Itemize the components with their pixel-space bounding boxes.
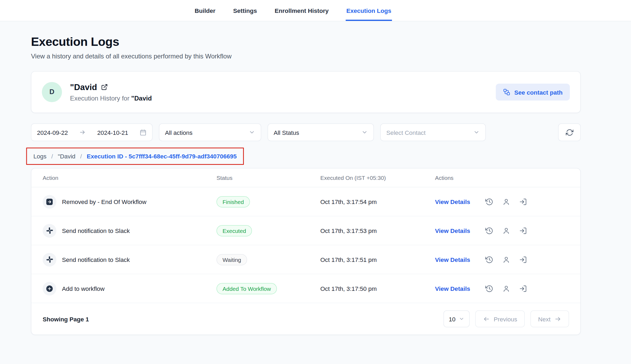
action-label: Send notification to Slack (62, 256, 130, 263)
tab-enrollment-history[interactable]: Enrollment History (274, 0, 329, 21)
view-details-link[interactable]: View Details (435, 198, 470, 205)
tab-execution-logs[interactable]: Execution Logs (346, 0, 392, 21)
arrow-right-icon (555, 315, 562, 322)
breadcrumb: Logs / "David / Execution ID - 5c7fff34-… (34, 153, 237, 160)
table-header-row: Action Status Executed On (IST +05:30) A… (31, 169, 580, 188)
add-to-workflow-icon (43, 282, 56, 295)
user-icon[interactable] (502, 284, 510, 292)
user-icon[interactable] (502, 255, 510, 263)
column-header-action: Action (43, 174, 217, 181)
table-footer: Showing Page 1 10 Previous (31, 303, 580, 335)
column-header-actions: Actions (435, 174, 569, 181)
action-label: Removed by - End Of Workflow (62, 198, 146, 205)
user-icon[interactable] (502, 226, 510, 235)
login-icon[interactable] (519, 198, 527, 206)
contact-filter-placeholder: Select Contact (386, 129, 425, 136)
date-from-value: 2024-09-22 (37, 129, 68, 136)
view-details-link[interactable]: View Details (435, 285, 470, 292)
column-header-status: Status (217, 174, 320, 181)
arrow-right-icon (79, 129, 86, 136)
view-details-link[interactable]: View Details (435, 256, 470, 263)
refresh-button[interactable] (558, 124, 581, 141)
login-icon[interactable] (519, 226, 527, 235)
showing-page-label: Showing Page 1 (43, 315, 89, 322)
next-label: Next (538, 315, 551, 322)
pagination-controls: 10 Previous Next (443, 310, 569, 327)
contact-info: D "David Execution History for "David (42, 82, 152, 102)
breadcrumb-execution-id[interactable]: Execution ID - 5c7fff34-68ec-45ff-9d79-a… (87, 153, 237, 160)
previous-button[interactable]: Previous (475, 310, 525, 327)
status-badge: Executed (217, 225, 252, 236)
user-icon[interactable] (502, 198, 510, 206)
chevron-down-icon (473, 129, 480, 136)
table-row: Send notification to Slack Executed Oct … (31, 216, 580, 245)
execution-logs-table: Action Status Executed On (IST +05:30) A… (31, 168, 581, 335)
actions-filter-select[interactable]: All actions (159, 124, 261, 141)
contact-path-icon (503, 88, 510, 96)
date-range-picker[interactable]: 2024-09-22 2024-10-21 (31, 124, 153, 141)
contact-card: D "David Execution History for "David Se… (31, 71, 581, 113)
page-subtitle: View a history and details of all execut… (31, 53, 581, 60)
see-contact-path-button[interactable]: See contact path (496, 84, 570, 101)
page-size-value: 10 (449, 315, 456, 322)
next-button[interactable]: Next (530, 310, 569, 327)
date-to-value: 2024-10-21 (97, 129, 128, 136)
app: Builder Settings Enrollment History Exec… (0, 0, 631, 364)
table-row: Send notification to Slack Waiting Oct 1… (31, 245, 580, 274)
breadcrumb-logs[interactable]: Logs (34, 153, 47, 160)
contact-meta: "David Execution History for "David (70, 82, 152, 102)
history-icon[interactable] (485, 198, 493, 206)
slack-icon (43, 224, 56, 237)
executed-on-value: Oct 17th, 3:17:54 pm (320, 198, 435, 205)
refresh-icon (566, 128, 573, 136)
contact-subtitle-prefix: Execution History for (70, 95, 131, 102)
page-size-select[interactable]: 10 (443, 310, 469, 327)
contact-subtitle: Execution History for "David (70, 95, 152, 102)
top-nav: Builder Settings Enrollment History Exec… (0, 0, 631, 21)
status-filter-value: All Status (274, 129, 299, 136)
contact-subtitle-name: "David (131, 95, 152, 102)
see-contact-path-label: See contact path (514, 89, 563, 96)
table-row: Removed by - End Of Workflow Finished Oc… (31, 187, 580, 216)
history-icon[interactable] (485, 226, 493, 235)
breadcrumb-contact[interactable]: "David (58, 153, 76, 160)
status-badge: Added To Workflow (217, 283, 277, 294)
actions-filter-value: All actions (165, 129, 193, 136)
status-badge: Waiting (217, 254, 247, 265)
status-badge: Finished (217, 196, 250, 207)
arrow-left-icon (483, 315, 490, 322)
page-title: Execution Logs (31, 35, 581, 49)
contact-filter-select[interactable]: Select Contact (380, 124, 486, 141)
chevron-down-icon (249, 129, 255, 136)
breadcrumb-separator: / (51, 153, 53, 160)
main-content: Execution Logs View a history and detail… (31, 35, 581, 335)
nav-tabs: Builder Settings Enrollment History Exec… (194, 0, 392, 21)
chevron-down-icon (459, 316, 464, 322)
removed-by-workflow-icon (43, 195, 56, 209)
login-icon[interactable] (519, 284, 527, 292)
executed-on-value: Oct 17th, 3:17:53 pm (320, 227, 435, 234)
external-link-icon[interactable] (101, 84, 108, 91)
history-icon[interactable] (485, 255, 493, 263)
breadcrumb-separator: / (80, 153, 82, 160)
view-details-link[interactable]: View Details (435, 227, 470, 234)
avatar: D (42, 82, 62, 102)
chevron-down-icon (361, 129, 368, 136)
executed-on-value: Oct 17th, 3:17:51 pm (320, 256, 435, 263)
action-label: Send notification to Slack (62, 227, 130, 234)
contact-name: "David (70, 82, 97, 92)
column-header-executed-on: Executed On (IST +05:30) (320, 174, 435, 181)
breadcrumb-highlight-box: Logs / "David / Execution ID - 5c7fff34-… (26, 148, 244, 165)
previous-label: Previous (494, 315, 517, 322)
action-label: Add to workflow (62, 285, 105, 292)
login-icon[interactable] (519, 255, 527, 263)
table-row: Add to workflow Added To Workflow Oct 17… (31, 274, 580, 303)
filters-bar: 2024-09-22 2024-10-21 All actions All St… (31, 124, 581, 141)
history-icon[interactable] (485, 284, 493, 292)
executed-on-value: Oct 17th, 3:17:50 pm (320, 285, 435, 292)
tab-settings[interactable]: Settings (232, 0, 258, 21)
tab-builder[interactable]: Builder (194, 0, 216, 21)
calendar-icon (140, 129, 146, 136)
slack-icon (43, 253, 56, 266)
status-filter-select[interactable]: All Status (268, 124, 374, 141)
